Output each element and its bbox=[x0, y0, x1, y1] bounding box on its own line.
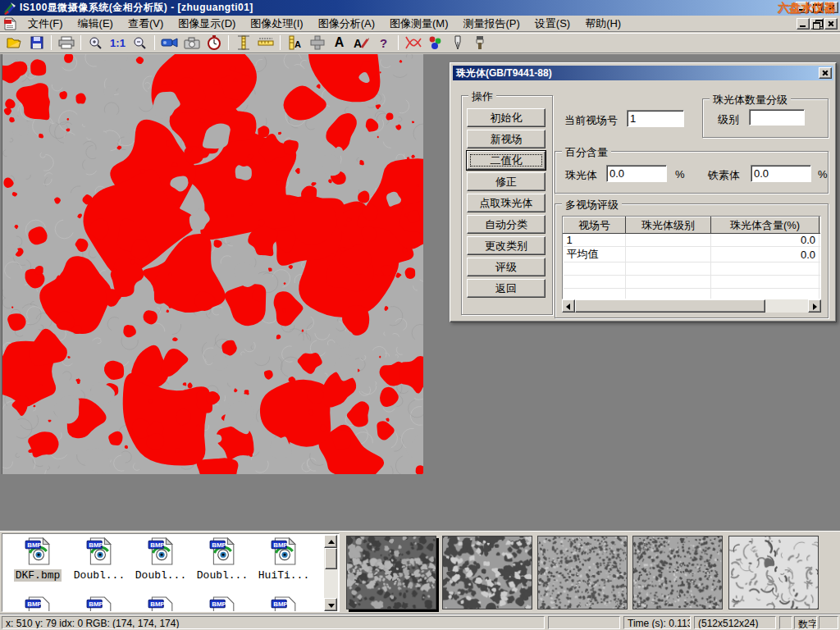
minimize-button[interactable] bbox=[796, 2, 809, 13]
zoom-out-icon[interactable] bbox=[130, 34, 150, 52]
thumbnail-2[interactable] bbox=[442, 536, 532, 609]
file-item[interactable]: BMP DKF.bmp bbox=[7, 537, 68, 582]
file-browser[interactable]: BMP DKF.bmp BMP Doubl... BMP Doubl... bbox=[2, 533, 340, 612]
correct-button[interactable]: 修正 bbox=[467, 172, 546, 191]
file-list-vscrollbar[interactable] bbox=[324, 535, 338, 611]
binarize-button[interactable]: 二值化 bbox=[467, 151, 546, 170]
brush-tool-icon[interactable] bbox=[469, 34, 490, 52]
timer-icon[interactable] bbox=[203, 34, 224, 52]
camera-icon[interactable] bbox=[181, 34, 202, 52]
open-folder-icon[interactable] bbox=[4, 34, 25, 52]
thumbnail-3[interactable] bbox=[537, 536, 628, 609]
pearlite-label: 珠光体 bbox=[565, 168, 597, 183]
file-item[interactable]: BMP bbox=[192, 596, 253, 612]
table-row[interactable]: 平均值 0.0 bbox=[564, 247, 822, 262]
menu-image-process[interactable]: 图像处理(I) bbox=[243, 15, 310, 33]
scroll-thumb[interactable] bbox=[325, 548, 337, 569]
scroll-track[interactable] bbox=[324, 569, 338, 598]
zoom-in-icon[interactable] bbox=[85, 34, 106, 52]
video-camera-icon[interactable] bbox=[159, 34, 180, 52]
file-name[interactable]: DKF.bmp bbox=[14, 569, 62, 582]
dialog-title: 珠光体(GB/T9441-88) bbox=[456, 66, 552, 80]
cell-grade bbox=[626, 234, 711, 247]
actual-size-icon[interactable]: 1:1 bbox=[107, 34, 128, 52]
table-row[interactable]: 1 0.0 bbox=[564, 234, 822, 247]
col-ferrite[interactable]: 铁素体 bbox=[819, 217, 822, 234]
file-item[interactable]: BMP Doubl... bbox=[192, 537, 253, 582]
file-item[interactable]: BMP bbox=[69, 596, 130, 612]
svg-text:BMP: BMP bbox=[273, 541, 288, 549]
scroll-down-icon[interactable] bbox=[324, 598, 337, 611]
mdi-restore-button[interactable] bbox=[810, 18, 824, 30]
thumbnail-4[interactable] bbox=[632, 536, 723, 609]
menu-help[interactable]: 帮助(H) bbox=[578, 15, 628, 33]
menu-image-measure[interactable]: 图像测量(M) bbox=[382, 15, 456, 33]
scroll-thumb[interactable] bbox=[575, 299, 765, 313]
menu-report[interactable]: 测量报告(P) bbox=[455, 15, 527, 33]
scroll-track[interactable] bbox=[765, 299, 808, 313]
mdi-close-button[interactable] bbox=[824, 18, 838, 30]
close-button[interactable] bbox=[825, 2, 838, 13]
file-item[interactable]: BMP Doubl... bbox=[130, 537, 191, 582]
operations-group-title: 操作 bbox=[468, 89, 496, 104]
text-label-icon[interactable]: A bbox=[329, 34, 349, 52]
change-class-button[interactable]: 更改类别 bbox=[467, 236, 546, 255]
file-item[interactable]: BMP bbox=[7, 596, 68, 612]
metallograph-image[interactable] bbox=[2, 54, 423, 474]
file-name[interactable]: Doubl... bbox=[195, 569, 249, 582]
status-bar: x: 510 y: 79 idx: 0 RGB: (174, 174, 174)… bbox=[0, 614, 840, 630]
file-item[interactable]: BMP HuiTi... bbox=[253, 537, 314, 582]
rate-button[interactable]: 评级 bbox=[467, 258, 546, 276]
dialog-title-bar[interactable]: 珠光体(GB/T9441-88) bbox=[453, 66, 833, 80]
rating-table[interactable]: 视场号 珠光体级别 珠光体含量(%) 铁素体 1 0.0 bbox=[562, 216, 821, 299]
pick-pearlite-button[interactable]: 点取珠光体 bbox=[467, 194, 546, 212]
thumbnail-1[interactable] bbox=[346, 536, 436, 609]
auto-classify-button[interactable]: 自动分类 bbox=[467, 215, 546, 234]
toolbar-separator bbox=[398, 35, 399, 50]
pearlite-percent-input[interactable] bbox=[606, 165, 667, 182]
col-field-number[interactable]: 视场号 bbox=[564, 217, 626, 234]
menu-file[interactable]: 文件(F) bbox=[21, 15, 71, 33]
table-hscrollbar[interactable] bbox=[562, 299, 821, 313]
pen-tool-icon[interactable] bbox=[447, 34, 468, 52]
save-icon[interactable] bbox=[26, 34, 47, 52]
ruler-horizontal-icon[interactable] bbox=[255, 34, 276, 52]
file-name[interactable]: Doubl... bbox=[134, 569, 188, 582]
menu-edit[interactable]: 编辑(E) bbox=[71, 15, 121, 33]
scroll-right-icon[interactable] bbox=[808, 299, 821, 313]
document-icon[interactable] bbox=[3, 17, 17, 30]
curve-tool-icon[interactable] bbox=[403, 34, 423, 52]
print-icon[interactable] bbox=[56, 34, 76, 52]
menu-image-display[interactable]: 图像显示(D) bbox=[171, 15, 243, 33]
classify-dots-icon[interactable] bbox=[425, 34, 445, 52]
file-item[interactable]: BMP Doubl... bbox=[69, 537, 130, 582]
file-name[interactable]: HuiTi... bbox=[257, 569, 311, 582]
new-field-button[interactable]: 新视场 bbox=[467, 130, 546, 148]
thumbnail-5[interactable] bbox=[728, 536, 819, 609]
menu-settings[interactable]: 设置(S) bbox=[527, 15, 578, 33]
col-pearlite-grade[interactable]: 珠光体级别 bbox=[626, 217, 711, 234]
grade-input[interactable] bbox=[749, 109, 805, 126]
current-field-input[interactable] bbox=[627, 110, 684, 127]
bmp-file-icon: BMP bbox=[270, 596, 298, 612]
maximize-button[interactable] bbox=[810, 2, 824, 13]
help-icon[interactable]: ? bbox=[373, 34, 394, 52]
file-item[interactable]: BMP bbox=[130, 596, 191, 612]
grid-cross-icon[interactable] bbox=[307, 34, 327, 52]
scroll-up-icon[interactable] bbox=[324, 535, 337, 548]
measure-text-icon[interactable]: A bbox=[285, 34, 305, 52]
dialog-close-button[interactable] bbox=[819, 67, 832, 79]
caliper-vertical-icon[interactable] bbox=[233, 34, 253, 52]
scroll-left-icon[interactable] bbox=[562, 299, 575, 313]
ferrite-percent-input[interactable] bbox=[751, 165, 811, 182]
col-pearlite-content[interactable]: 珠光体含量(%) bbox=[711, 217, 819, 234]
menu-image-analysis[interactable]: 图像分析(A) bbox=[311, 15, 382, 33]
file-name[interactable]: Doubl... bbox=[72, 569, 126, 582]
mdi-minimize-button[interactable] bbox=[797, 18, 810, 30]
bmp-file-icon: BMP bbox=[85, 537, 113, 565]
initialize-button[interactable]: 初始化 bbox=[467, 108, 546, 127]
text-edit-icon[interactable]: A bbox=[351, 34, 372, 52]
return-button[interactable]: 返回 bbox=[467, 279, 546, 298]
file-item[interactable]: BMP bbox=[253, 596, 314, 612]
menu-view[interactable]: 查看(V) bbox=[121, 15, 171, 33]
